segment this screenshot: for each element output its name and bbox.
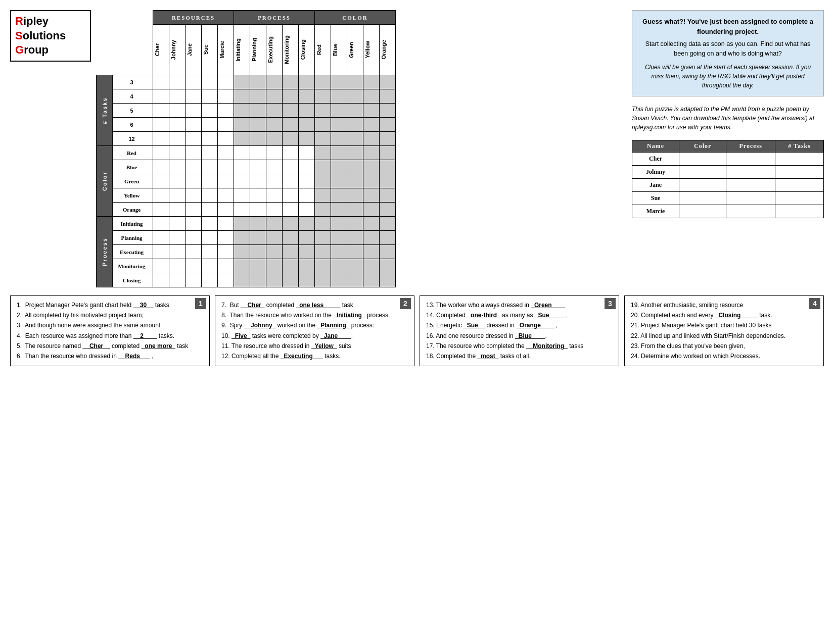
cell-cyellow-marcie[interactable] <box>218 188 234 203</box>
summary-process-marcie[interactable] <box>726 205 775 218</box>
cell-cred-clos[interactable] <box>299 146 315 160</box>
cell-pmon-sue[interactable] <box>202 259 218 273</box>
cell-pmon-marcie[interactable] <box>218 259 234 273</box>
summary-process-cher[interactable] <box>726 152 775 165</box>
cell-pclos-johnny[interactable] <box>169 273 186 287</box>
cell-pclos-cher[interactable] <box>153 273 169 287</box>
cell-t6-marcie[interactable] <box>218 118 234 132</box>
cell-t3-sue[interactable] <box>202 75 218 89</box>
cell-cgreen-marcie[interactable] <box>218 174 234 188</box>
cell-corange-exec[interactable] <box>266 203 283 217</box>
cell-cyellow-sue[interactable] <box>202 188 218 203</box>
cell-t5-jane[interactable] <box>186 104 202 118</box>
cell-cblue-init[interactable] <box>234 160 250 174</box>
cell-t5-marcie[interactable] <box>218 104 234 118</box>
cell-corange-clos[interactable] <box>299 203 315 217</box>
cell-cblue-clos[interactable] <box>299 160 315 174</box>
cell-cblue-marcie[interactable] <box>218 160 234 174</box>
cell-corange-init[interactable] <box>234 203 250 217</box>
cell-pclos-marcie[interactable] <box>218 273 234 287</box>
cell-cyellow-cher[interactable] <box>153 188 169 203</box>
cell-pexec-johnny[interactable] <box>169 245 186 259</box>
cell-cgreen-johnny[interactable] <box>169 174 186 188</box>
cell-corange-johnny[interactable] <box>169 203 186 217</box>
cell-cred-plan[interactable] <box>250 146 266 160</box>
cell-pinit-marcie[interactable] <box>218 217 234 231</box>
cell-cgreen-mon[interactable] <box>283 174 299 188</box>
cell-cyellow-clos[interactable] <box>299 188 315 203</box>
cell-cred-marcie[interactable] <box>218 146 234 160</box>
cell-cyellow-exec[interactable] <box>266 188 283 203</box>
cell-t6-jane[interactable] <box>186 118 202 132</box>
cell-pplan-marcie[interactable] <box>218 231 234 245</box>
cell-t6-johnny[interactable] <box>169 118 186 132</box>
cell-t12-johnny[interactable] <box>169 132 186 146</box>
cell-cblue-cher[interactable] <box>153 160 169 174</box>
cell-cblue-exec[interactable] <box>266 160 283 174</box>
summary-tasks-marcie[interactable] <box>775 205 824 218</box>
summary-color-jane[interactable] <box>679 178 726 191</box>
cell-pplan-johnny[interactable] <box>169 231 186 245</box>
cell-pplan-jane[interactable] <box>186 231 202 245</box>
cell-corange-sue[interactable] <box>202 203 218 217</box>
cell-pinit-cher[interactable] <box>153 217 169 231</box>
cell-t12-jane[interactable] <box>186 132 202 146</box>
cell-t4-johnny[interactable] <box>169 89 186 104</box>
cell-pmon-jane[interactable] <box>186 259 202 273</box>
cell-t12-marcie[interactable] <box>218 132 234 146</box>
cell-t4-jane[interactable] <box>186 89 202 104</box>
cell-pexec-cher[interactable] <box>153 245 169 259</box>
cell-t4-sue[interactable] <box>202 89 218 104</box>
cell-pexec-sue[interactable] <box>202 245 218 259</box>
cell-pexec-marcie[interactable] <box>218 245 234 259</box>
summary-color-marcie[interactable] <box>679 205 726 218</box>
cell-cred-exec[interactable] <box>266 146 283 160</box>
summary-color-johnny[interactable] <box>679 165 726 178</box>
summary-process-johnny[interactable] <box>726 165 775 178</box>
cell-t3-marcie[interactable] <box>218 75 234 89</box>
cell-cred-cher[interactable] <box>153 146 169 160</box>
cell-cblue-mon[interactable] <box>283 160 299 174</box>
cell-pclos-jane[interactable] <box>186 273 202 287</box>
cell-t12-cher[interactable] <box>153 132 169 146</box>
cell-t3-jane[interactable] <box>186 75 202 89</box>
summary-tasks-jane[interactable] <box>775 178 824 191</box>
cell-t3-cher[interactable] <box>153 75 169 89</box>
cell-cblue-johnny[interactable] <box>169 160 186 174</box>
cell-cgreen-init[interactable] <box>234 174 250 188</box>
cell-corange-marcie[interactable] <box>218 203 234 217</box>
cell-cred-johnny[interactable] <box>169 146 186 160</box>
cell-t4-cher[interactable] <box>153 89 169 104</box>
summary-tasks-sue[interactable] <box>775 191 824 205</box>
cell-t5-johnny[interactable] <box>169 104 186 118</box>
cell-cblue-plan[interactable] <box>250 160 266 174</box>
cell-cblue-sue[interactable] <box>202 160 218 174</box>
cell-pinit-jane[interactable] <box>186 217 202 231</box>
cell-t6-cher[interactable] <box>153 118 169 132</box>
cell-corange-plan[interactable] <box>250 203 266 217</box>
cell-pplan-sue[interactable] <box>202 231 218 245</box>
cell-cgreen-sue[interactable] <box>202 174 218 188</box>
cell-cyellow-init[interactable] <box>234 188 250 203</box>
cell-cyellow-jane[interactable] <box>186 188 202 203</box>
cell-cred-sue[interactable] <box>202 146 218 160</box>
cell-pplan-cher[interactable] <box>153 231 169 245</box>
cell-cgreen-jane[interactable] <box>186 174 202 188</box>
summary-process-sue[interactable] <box>726 191 775 205</box>
cell-pclos-sue[interactable] <box>202 273 218 287</box>
cell-cyellow-plan[interactable] <box>250 188 266 203</box>
cell-t5-sue[interactable] <box>202 104 218 118</box>
cell-t3-johnny[interactable] <box>169 75 186 89</box>
cell-cred-jane[interactable] <box>186 146 202 160</box>
cell-t4-marcie[interactable] <box>218 89 234 104</box>
cell-corange-mon[interactable] <box>283 203 299 217</box>
cell-cred-mon[interactable] <box>283 146 299 160</box>
cell-corange-jane[interactable] <box>186 203 202 217</box>
cell-t12-sue[interactable] <box>202 132 218 146</box>
cell-pinit-johnny[interactable] <box>169 217 186 231</box>
summary-color-sue[interactable] <box>679 191 726 205</box>
cell-cred-init[interactable] <box>234 146 250 160</box>
cell-t5-cher[interactable] <box>153 104 169 118</box>
cell-cgreen-exec[interactable] <box>266 174 283 188</box>
cell-pinit-sue[interactable] <box>202 217 218 231</box>
